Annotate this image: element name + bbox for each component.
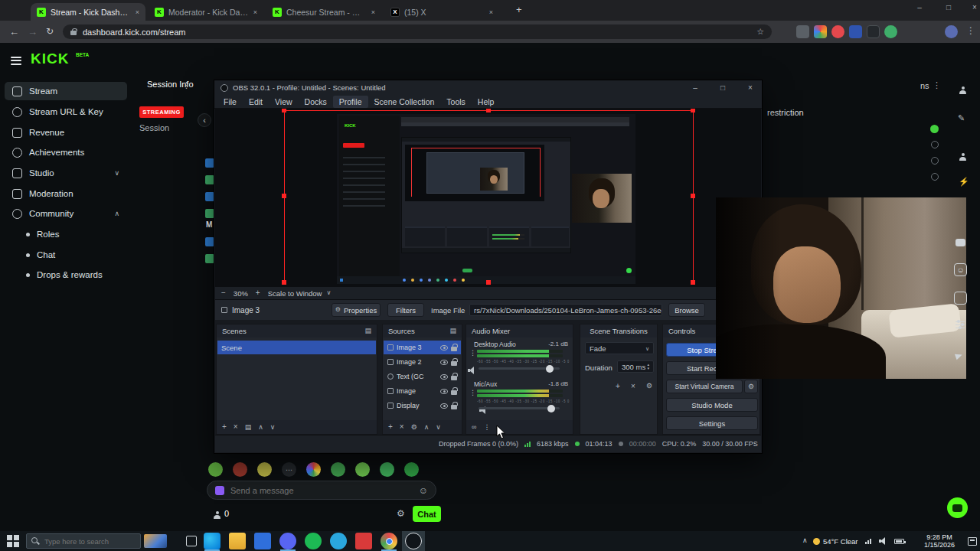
move-down-icon[interactable]: ∨ <box>436 424 441 431</box>
remove-scene-icon[interactable]: × <box>234 423 238 431</box>
menu-tools[interactable]: Tools <box>440 96 472 108</box>
move-up-icon[interactable]: ∧ <box>258 424 263 431</box>
emote-icon[interactable] <box>233 462 247 477</box>
lock-icon[interactable] <box>451 405 457 409</box>
filters-button[interactable]: Filters <box>387 303 424 317</box>
channel-avatar[interactable] <box>205 254 214 263</box>
edge-icon[interactable] <box>204 533 220 549</box>
speaker-icon[interactable] <box>468 367 476 374</box>
emote-icon[interactable] <box>331 462 345 477</box>
sidebar-item-drops-rewards[interactable]: Drops & rewards <box>5 266 127 284</box>
taskbar-search[interactable] <box>26 533 141 549</box>
visibility-eye-icon[interactable] <box>440 403 448 409</box>
network-icon[interactable] <box>865 539 871 544</box>
address-bar[interactable]: dashboard.kick.com/stream ☆ <box>63 24 772 39</box>
transitions-header[interactable]: Scene Transitions <box>580 324 657 337</box>
obs-taskbar-icon[interactable] <box>405 533 422 549</box>
move-down-icon[interactable]: ∨ <box>270 424 276 431</box>
extension-icon[interactable] <box>831 25 844 38</box>
visibility-eye-icon[interactable] <box>440 374 448 380</box>
browser-tab-x[interactable]: X (15) X × <box>384 3 499 21</box>
properties-button[interactable]: ⚙Properties <box>332 303 381 317</box>
volume-slider[interactable] <box>479 367 560 370</box>
radio-selected[interactable] <box>930 125 939 133</box>
sidebar-item-achievements[interactable]: Achievements <box>5 143 127 161</box>
emote-icon[interactable] <box>355 462 370 477</box>
move-up-icon[interactable]: ∧ <box>424 424 430 431</box>
mixer-menu-icon[interactable]: ⋮ <box>483 424 490 431</box>
transition-dropdown[interactable]: Fade ∨ <box>585 342 654 354</box>
menu-help[interactable]: Help <box>472 96 501 108</box>
person-icon[interactable] <box>959 84 967 98</box>
obs-titlebar[interactable]: OBS 32.0.1 - Profile: Untitled - Scenes:… <box>214 80 762 95</box>
volume-icon[interactable] <box>879 537 887 545</box>
pencil-icon[interactable]: ✎ <box>958 114 965 122</box>
remove-transition-icon[interactable]: × <box>631 383 635 390</box>
radio-option[interactable] <box>931 157 939 165</box>
remove-source-icon[interactable]: × <box>400 423 404 431</box>
tab-close-icon[interactable]: × <box>371 8 375 16</box>
person-icon[interactable] <box>959 151 967 165</box>
transform-handle[interactable] <box>486 109 491 112</box>
browser-tab-cheesur[interactable]: K Cheesur Stream - Watch Live o × <box>266 3 381 21</box>
lightning-icon[interactable]: ⚡ <box>959 178 969 186</box>
chat-settings-sliders-icon[interactable] <box>956 319 965 331</box>
obs-preview-canvas[interactable]: KICK <box>215 109 761 287</box>
source-row[interactable]: Image <box>384 384 461 398</box>
panel-grid-icon[interactable]: ▤ <box>449 328 456 334</box>
obs-minimize-button[interactable]: – <box>684 80 707 95</box>
source-row[interactable]: Display <box>384 399 461 412</box>
mail-icon[interactable] <box>254 533 271 549</box>
channel-avatar[interactable] <box>205 158 214 168</box>
bookmark-star-icon[interactable]: ☆ <box>756 28 764 36</box>
kick-chat-fab[interactable] <box>947 497 968 518</box>
zoom-in-icon[interactable]: + <box>256 289 260 297</box>
emoji-picker-icon[interactable]: ☺ <box>419 486 428 495</box>
emote-icon[interactable] <box>380 462 394 477</box>
sidebar-item-stream[interactable]: Stream <box>5 82 127 100</box>
start-button[interactable] <box>5 533 21 549</box>
sidebar-item-community[interactable]: Community ∧ <box>5 204 127 223</box>
emote-icon[interactable] <box>306 462 321 477</box>
back-icon[interactable]: ← <box>9 27 19 37</box>
identity-badge-icon[interactable] <box>215 486 224 495</box>
chat-settings-gear-icon[interactable]: ⚙ <box>397 509 405 518</box>
tab-close-icon[interactable]: × <box>253 8 257 16</box>
emote-icon[interactable] <box>257 462 272 477</box>
emote-smiley-icon[interactable]: ☺ <box>954 263 967 276</box>
mixer-header[interactable]: Audio Mixer <box>466 324 573 337</box>
weather-text[interactable]: 54°F Clear <box>823 537 858 546</box>
spin-down-icon[interactable]: ▾ <box>647 367 649 370</box>
sidebar-item-revenue[interactable]: Revenue <box>5 123 127 142</box>
chat-bubble-icon[interactable] <box>956 236 965 249</box>
extension-icon[interactable] <box>814 25 827 38</box>
extension-icon[interactable] <box>849 25 862 38</box>
extension-icon[interactable] <box>884 25 897 38</box>
tab-close-icon[interactable]: × <box>489 8 493 16</box>
sidebar-item-stream-url-key[interactable]: Stream URL & Key <box>5 103 127 121</box>
source-properties-icon[interactable]: ⚙ <box>411 424 417 431</box>
news-widget-thumbnail[interactable] <box>144 534 167 548</box>
chat-message-box[interactable]: ☺ <box>207 481 436 500</box>
telegram-icon[interactable] <box>330 533 347 549</box>
sidebar-item-studio[interactable]: Studio ∨ <box>5 164 127 182</box>
new-tab-button[interactable]: + <box>516 5 522 15</box>
gif-icon[interactable] <box>954 292 967 305</box>
volume-slider[interactable] <box>479 407 560 409</box>
duration-spinner[interactable]: 300 ms ▴ ▾ <box>617 360 654 373</box>
red-app-icon[interactable] <box>355 533 372 549</box>
studio-mode-button[interactable]: Studio Mode <box>666 398 758 412</box>
tray-expand-icon[interactable]: ∧ <box>802 537 808 544</box>
sources-header[interactable]: Sources ▤ <box>383 324 462 337</box>
menu-docks[interactable]: Docks <box>299 96 333 108</box>
sidebar-item-chat[interactable]: Chat <box>5 246 127 264</box>
obs-window[interactable]: OBS 32.0.1 - Profile: Untitled - Scenes:… <box>214 80 762 453</box>
channel-avatar[interactable] <box>205 192 214 201</box>
visibility-eye-icon[interactable] <box>440 360 448 365</box>
panel-grid-icon[interactable]: ▤ <box>364 328 371 334</box>
transition-properties-icon[interactable]: ⚙ <box>646 383 652 390</box>
browser-menu-icon[interactable]: ⋮ <box>966 26 975 35</box>
scale-mode-dropdown[interactable]: Scale to Window ∨ <box>268 289 332 298</box>
send-icon[interactable] <box>956 348 962 362</box>
scene-filters-icon[interactable]: ▤ <box>245 424 252 431</box>
